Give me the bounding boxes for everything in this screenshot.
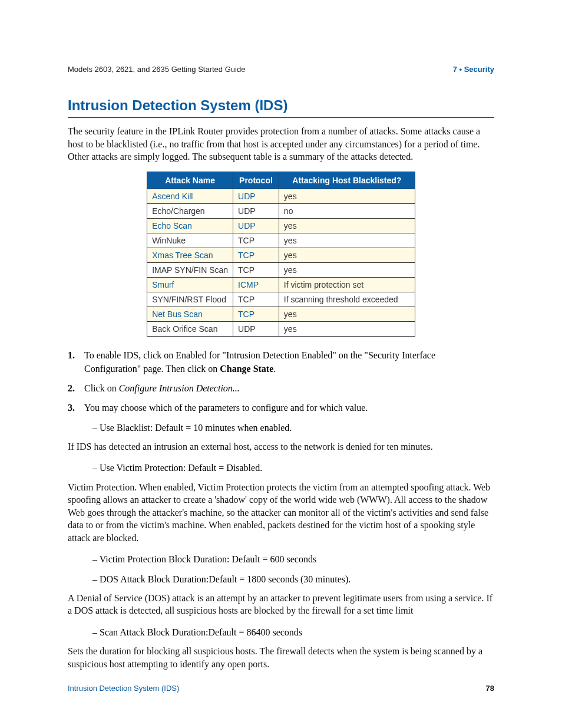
document-page: Models 2603, 2621, and 2635 Getting Star… (0, 0, 562, 728)
footer-page-number: 78 (486, 684, 494, 693)
paragraph: A Denial of Service (DOS) attack is an a… (68, 592, 494, 617)
paragraph: If IDS has detected an intrusion an exte… (68, 440, 494, 453)
cell-attack-name: Echo Scan (147, 218, 233, 233)
step-number: 3. (68, 401, 84, 414)
cell-protocol: UDP (233, 321, 279, 336)
cell-blacklisted: yes (279, 262, 415, 277)
sub-bullet: – Scan Attack Block Duration:Default = 8… (92, 625, 494, 639)
attack-table: Attack Name Protocol Attacking Host Blac… (147, 172, 415, 337)
step-text-part: Click on (84, 383, 119, 393)
step-text: Click on Configure Intrusion Detection..… (84, 381, 494, 395)
cell-attack-name: Back Orifice Scan (147, 321, 233, 336)
cell-attack-name: Net Bus Scan (147, 307, 233, 321)
intro-paragraph: The security feature in the IPLink Route… (68, 125, 494, 163)
table-header-blacklisted: Attacking Host Blacklisted? (279, 172, 415, 189)
cell-blacklisted: yes (279, 321, 415, 336)
cell-attack-name: Ascend Kill (147, 189, 233, 203)
table-row: Net Bus ScanTCPyes (147, 307, 415, 321)
cell-protocol: TCP (233, 292, 279, 307)
step-text: You may choose which of the parameters t… (84, 401, 494, 414)
cell-blacklisted: If scanning threshold exceeded (279, 292, 415, 307)
table-row: IMAP SYN/FIN ScanTCPyes (147, 262, 415, 277)
list-item: 1. To enable IDS, click on Enabled for "… (68, 348, 494, 375)
list-item: 2. Click on Configure Intrusion Detectio… (68, 381, 494, 395)
cell-blacklisted: If victim protection set (279, 277, 415, 292)
cell-blacklisted: yes (279, 248, 415, 262)
header-right: 7 • Security (453, 65, 494, 74)
cell-blacklisted: yes (279, 233, 415, 248)
footer-left: Intrusion Detection System (IDS) (68, 684, 179, 693)
step-bold: Change State (220, 364, 273, 374)
step-text: To enable IDS, click on Enabled for "Int… (84, 348, 494, 375)
table-row: Ascend KillUDPyes (147, 189, 415, 203)
step-number: 1. (68, 348, 84, 375)
table-header-protocol: Protocol (233, 172, 279, 189)
step-italic: Configure Intrusion Detection... (119, 383, 240, 393)
cell-protocol: UDP (233, 203, 279, 218)
cell-blacklisted: yes (279, 189, 415, 203)
cell-attack-name: Xmas Tree Scan (147, 248, 233, 262)
table-row: Echo/ChargenUDPno (147, 203, 415, 218)
cell-protocol: TCP (233, 233, 279, 248)
step-number: 2. (68, 381, 84, 395)
cell-attack-name: SYN/FIN/RST Flood (147, 292, 233, 307)
page-footer: Intrusion Detection System (IDS) 78 (68, 684, 494, 693)
cell-blacklisted: yes (279, 218, 415, 233)
table-header-name: Attack Name (147, 172, 233, 189)
table-row: Back Orifice ScanUDPyes (147, 321, 415, 336)
cell-protocol: UDP (233, 218, 279, 233)
section-title: Intrusion Detection System (IDS) (68, 97, 494, 118)
cell-attack-name: Echo/Chargen (147, 203, 233, 218)
sub-bullet: – Use Victim Protection: Default = Disab… (92, 461, 494, 475)
table-row: SmurfICMPIf victim protection set (147, 277, 415, 292)
page-header: Models 2603, 2621, and 2635 Getting Star… (68, 65, 494, 74)
paragraph: Victim Protection. When enabled, Victim … (68, 481, 494, 545)
sub-bullet: – Use Blacklist: Default = 10 minutes wh… (92, 421, 494, 434)
cell-attack-name: WinNuke (147, 233, 233, 248)
step-text-part: . (273, 364, 276, 374)
cell-protocol: TCP (233, 262, 279, 277)
sub-bullet: – Victim Protection Block Duration: Defa… (92, 552, 494, 566)
cell-blacklisted: yes (279, 307, 415, 321)
list-item: 3. You may choose which of the parameter… (68, 401, 494, 414)
header-left: Models 2603, 2621, and 2635 Getting Star… (68, 65, 245, 74)
cell-protocol: ICMP (233, 277, 279, 292)
table-row: WinNukeTCPyes (147, 233, 415, 248)
table-row: Echo ScanUDPyes (147, 218, 415, 233)
cell-protocol: UDP (233, 189, 279, 203)
paragraph: Sets the duration for blocking all suspi… (68, 645, 494, 670)
sub-bullet: – DOS Attack Block Duration:Default = 18… (92, 572, 494, 586)
cell-protocol: TCP (233, 307, 279, 321)
cell-protocol: TCP (233, 248, 279, 262)
cell-attack-name: Smurf (147, 277, 233, 292)
cell-attack-name: IMAP SYN/FIN Scan (147, 262, 233, 277)
cell-blacklisted: no (279, 203, 415, 218)
table-row: Xmas Tree ScanTCPyes (147, 248, 415, 262)
steps-list: 1. To enable IDS, click on Enabled for "… (68, 348, 494, 415)
table-row: SYN/FIN/RST FloodTCPIf scanning threshol… (147, 292, 415, 307)
